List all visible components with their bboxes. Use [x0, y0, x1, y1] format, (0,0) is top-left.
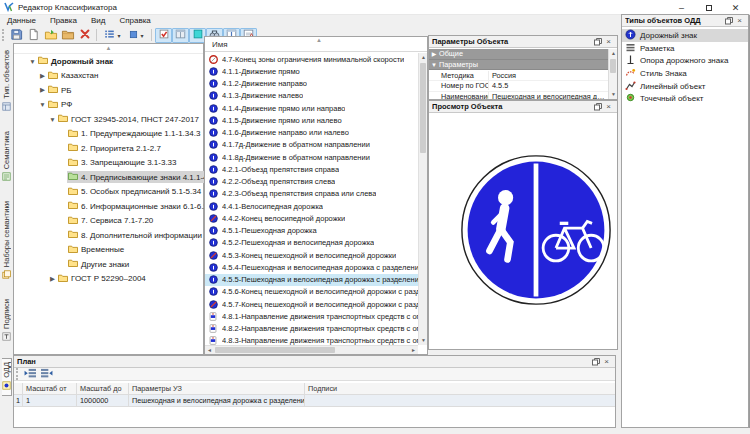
new-document-button[interactable]: [25, 28, 42, 43]
close-panel-icon[interactable]: ×: [601, 357, 612, 367]
expanded-arrow-icon[interactable]: ▼: [48, 116, 57, 123]
object-type-item[interactable]: Линейный объект: [622, 80, 748, 93]
grid-append-row-button[interactable]: [38, 368, 54, 380]
sign-list-item[interactable]: 4.2.2-Объезд препятствия слева: [205, 176, 418, 188]
float-panel-icon[interactable]: [592, 102, 603, 112]
collapsed-arrow-icon[interactable]: ▶: [48, 275, 57, 283]
sign-list-item[interactable]: 4.1.2-Движение направо: [205, 78, 418, 90]
sign-list-item[interactable]: 4.1.1-Движение прямо: [205, 65, 418, 77]
sign-list-item[interactable]: 4.8.1-Направление движения транспортных …: [205, 310, 418, 322]
scroll-down-icon[interactable]: ▼: [609, 90, 618, 99]
object-type-item[interactable]: Дорожный знак: [622, 29, 748, 42]
plan-column-header[interactable]: Масштаб до: [77, 383, 129, 395]
expanded-arrow-icon[interactable]: ▼: [429, 62, 439, 68]
sign-list-item[interactable]: 4.2.3-Объезд препятствия справа или слев…: [205, 188, 418, 200]
sign-list-item[interactable]: 4.8.3-Направление движения транспортных …: [205, 335, 418, 345]
sign-list-item[interactable]: 4.5.2-Пешеходная и велосипедная дорожка: [205, 237, 418, 249]
sign-list-item[interactable]: 4.5.6-Конец пешеходной и велосипедной до…: [205, 286, 418, 298]
plan-column-header[interactable]: Подписи: [305, 383, 615, 395]
collapsed-arrow-icon[interactable]: ▶: [429, 50, 439, 57]
sign-list-item[interactable]: 4.5.5-Пешеходная и велосипедная дорожка …: [205, 274, 418, 286]
close-panel-icon[interactable]: ×: [603, 37, 614, 47]
side-tab-semantic-sets[interactable]: Наборы семантики: [2, 198, 11, 284]
tree-row[interactable]: 2. Приоритета 2.1-2.7: [14, 141, 203, 156]
tree-row[interactable]: ▼Дорожный знак: [14, 54, 203, 69]
sign-list-item[interactable]: 4.1.6-Движение направо или налево: [205, 127, 418, 139]
delete-button[interactable]: [76, 28, 93, 43]
tree-row[interactable]: ▼РФ: [14, 98, 203, 113]
sign-list-item[interactable]: 4.5.3-Конец пешеходной и велосипедной до…: [205, 249, 418, 261]
side-tab-object-types[interactable]: Тип. объектов: [2, 47, 11, 116]
scroll-down-icon[interactable]: ▼: [419, 336, 428, 345]
sign-list-item[interactable]: 4.1.4-Движение прямо или направо: [205, 102, 418, 114]
tree-row[interactable]: 8. Дополнительной информации 8.1.1-8.24: [14, 228, 203, 243]
float-panel-icon[interactable]: [590, 357, 601, 367]
menu-вид[interactable]: Вид: [84, 15, 112, 27]
sign-list-item[interactable]: 4.2.1-Объезд препятствия справа: [205, 163, 418, 175]
panels-toggle-button[interactable]: [172, 28, 189, 43]
menu-справка[interactable]: Справка: [112, 15, 157, 27]
tree-row[interactable]: ▶РБ: [14, 83, 203, 98]
object-type-item[interactable]: Точечный объект: [622, 92, 748, 105]
sign-list-item[interactable]: 4.5.7-Конец пешеходной и велосипедной до…: [205, 298, 418, 310]
list-horizontal-scrollbar[interactable]: ◄ ►: [205, 345, 418, 354]
tree-row[interactable]: 5. Особых предписаний 5.1-5.34: [14, 185, 203, 200]
list-column-header-name[interactable]: Имя ▲: [205, 37, 427, 52]
float-panel-icon[interactable]: [592, 37, 603, 47]
sign-list-item[interactable]: 4.5.4-Пешеходная и велосипедная дорожка …: [205, 261, 418, 273]
tree-row[interactable]: Временные: [14, 243, 203, 258]
params-scrollbar[interactable]: ▲ ▼: [608, 49, 617, 99]
dropdown-caret-icon[interactable]: ▾: [117, 32, 120, 39]
color-square-button[interactable]: ▾: [124, 28, 148, 43]
scroll-up-icon[interactable]: ▲: [419, 53, 428, 62]
param-value[interactable]: 4.5.5: [489, 81, 608, 90]
tree-row[interactable]: ▶Казахстан: [14, 69, 203, 84]
tree-row[interactable]: ▶ГОСТ Р 52290–2004: [14, 272, 203, 287]
sign-list-item[interactable]: 4.7-Конец зоны ограничения минимальной с…: [205, 53, 418, 65]
menu-данные[interactable]: Данные: [0, 15, 43, 27]
close-window-button[interactable]: ✕: [722, 0, 749, 15]
close-panel-icon[interactable]: ×: [734, 16, 745, 26]
import-folder-button[interactable]: [59, 28, 76, 43]
tree-row[interactable]: 1. Предупреждающие 1.1-1.34.3: [14, 127, 203, 142]
close-panel-icon[interactable]: ×: [603, 102, 614, 112]
sign-list-item[interactable]: 4.1.3-Движение налево: [205, 90, 418, 102]
param-value[interactable]: Россия: [489, 71, 608, 80]
plan-cell[interactable]: Пешеходная и велосипедная дорожка с разд…: [129, 395, 305, 407]
object-type-item[interactable]: Разметка: [622, 42, 748, 55]
tree-row[interactable]: 6. Информационные знаки 6.1-6.21.2: [14, 199, 203, 214]
toolbar-grip[interactable]: [2, 29, 6, 41]
scrollbar-thumb[interactable]: [215, 347, 335, 353]
side-tab-semantics[interactable]: Семантика: [2, 128, 11, 186]
scroll-left-icon[interactable]: ◄: [205, 346, 214, 355]
scroll-right-icon[interactable]: ►: [409, 346, 418, 355]
sign-list-item[interactable]: 4.5.1-Пешеходная дорожка: [205, 225, 418, 237]
open-folder-button[interactable]: [42, 28, 59, 43]
list-view-button[interactable]: ▾: [100, 28, 124, 43]
minimize-window-button[interactable]: –: [668, 0, 695, 15]
expanded-arrow-icon[interactable]: ▼: [38, 101, 47, 108]
scrollbar-thumb[interactable]: [610, 59, 616, 73]
collapsed-arrow-icon[interactable]: ▶: [38, 86, 47, 94]
plan-column-header[interactable]: Масштаб от: [23, 383, 77, 395]
sign-list-item[interactable]: 4.1.7д-Движение в обратном направлении: [205, 139, 418, 151]
tree-row[interactable]: 4. Предписывающие знаки 4.1.1-4.8.3: [14, 170, 203, 185]
check-toggle-button[interactable]: [155, 28, 172, 43]
plan-cell[interactable]: 1000000: [77, 395, 129, 407]
sign-list-item[interactable]: 4.4.1-Велосипедная дорожка: [205, 200, 418, 212]
plan-column-header[interactable]: Параметры УЗ: [129, 383, 305, 395]
plan-cell[interactable]: [305, 395, 615, 407]
sign-list-item[interactable]: 4.8.2-Направление движения транспортных …: [205, 323, 418, 335]
expanded-arrow-icon[interactable]: ▼: [28, 58, 37, 65]
tree-column-header[interactable]: ▲: [14, 44, 203, 54]
tree-row[interactable]: Другие знаки: [14, 257, 203, 272]
side-tab-odd[interactable]: ОДД: [2, 358, 12, 396]
menu-правка[interactable]: Правка: [43, 15, 84, 27]
list-vertical-scrollbar[interactable]: ▲ ▼: [418, 53, 427, 345]
object-type-item[interactable]: Стиль Знака: [622, 67, 748, 80]
sign-list-item[interactable]: 4.1.5-Движение прямо или налево: [205, 114, 418, 126]
sign-list-item[interactable]: 4.4.2-Конец велосипедной дорожки: [205, 212, 418, 224]
dropdown-caret-icon[interactable]: ▾: [140, 32, 143, 39]
side-tab-labels[interactable]: Подписи: [2, 296, 11, 346]
plan-cell[interactable]: 1: [23, 395, 77, 407]
